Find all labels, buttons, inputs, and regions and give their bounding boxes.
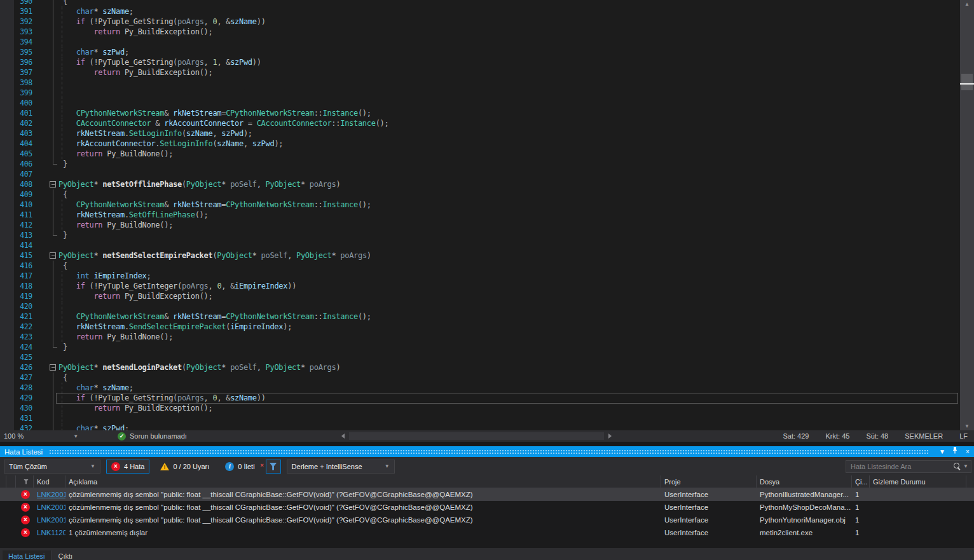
fold-collapse-icon[interactable] <box>50 364 56 371</box>
code-text[interactable]: return Py_BuildNone(); <box>58 220 960 230</box>
code-text[interactable]: PyObject* netSetOfflinePhase(PyObject* p… <box>58 179 960 189</box>
code-text[interactable]: int iEmpireIndex; <box>58 271 960 281</box>
line-number[interactable]: 391 <box>0 6 36 17</box>
code-text[interactable] <box>58 352 960 362</box>
tab-error-list[interactable]: Hata Listesi <box>3 550 52 560</box>
code-text[interactable] <box>58 78 960 88</box>
code-line[interactable]: 404 rkAccountConnector.SetLoginInfo(szNa… <box>0 139 960 149</box>
code-text[interactable]: return Py_BuildNone(); <box>58 149 960 159</box>
code-text[interactable]: if (!PyTuple_GetString(poArgs, 0, &szNam… <box>58 393 960 403</box>
line-number[interactable]: 415 <box>0 250 36 261</box>
line-number[interactable]: 413 <box>0 230 36 240</box>
fold-margin[interactable] <box>36 179 58 189</box>
code-line[interactable]: 421 CPythonNetworkStream& rkNetStream=CP… <box>0 311 960 322</box>
code-text[interactable]: { <box>58 261 960 271</box>
line-number[interactable]: 420 <box>0 301 36 311</box>
error-code-link[interactable]: LNK2001 <box>37 516 65 524</box>
code-text[interactable]: char* szName; <box>58 6 960 17</box>
code-text[interactable]: { <box>58 372 960 383</box>
line-number[interactable]: 405 <box>0 149 36 159</box>
code-line[interactable]: 416 { <box>0 261 960 271</box>
code-text[interactable]: { <box>58 189 960 200</box>
error-list-search[interactable]: ▼ <box>846 460 971 473</box>
code-line[interactable]: 427 { <box>0 372 960 383</box>
line-number[interactable]: 404 <box>0 139 36 149</box>
error-row[interactable]: ×LNK2001çözümlenmemiş dış sembol "public… <box>0 514 974 526</box>
code-line[interactable]: 399 <box>0 88 960 98</box>
code-line[interactable]: 429 if (!PyTuple_GetString(poArgs, 0, &s… <box>0 393 960 403</box>
line-number[interactable]: 412 <box>0 220 36 230</box>
code-line[interactable]: 408PyObject* netSetOfflinePhase(PyObject… <box>0 179 960 189</box>
code-text[interactable]: char* szPwd; <box>58 47 960 57</box>
line-number[interactable]: 418 <box>0 281 36 291</box>
window-position-icon[interactable]: ▼ <box>936 446 949 457</box>
code-text[interactable]: return Py_BuildException(); <box>58 67 960 78</box>
pin-icon[interactable] <box>949 446 961 457</box>
fold-collapse-icon[interactable] <box>50 181 56 188</box>
code-line[interactable]: 391 char* szName; <box>0 6 960 17</box>
line-number[interactable]: 399 <box>0 88 36 98</box>
filter-button[interactable]: × <box>266 460 281 474</box>
error-row[interactable]: ×LNK2001çözümlenmemiş dış sembol "public… <box>0 488 974 501</box>
column-header-file[interactable]: Dosya <box>757 475 852 488</box>
code-text[interactable] <box>58 240 960 250</box>
scroll-down-icon[interactable]: ▼ <box>960 422 974 430</box>
code-text[interactable]: { <box>58 0 960 6</box>
line-number[interactable]: 414 <box>0 240 36 250</box>
code-line[interactable]: 428 char* szName; <box>0 383 960 393</box>
line-number[interactable]: 396 <box>0 57 36 67</box>
code-line[interactable]: 424 } <box>0 342 960 352</box>
code-text[interactable]: CAccountConnector & rkAccountConnector =… <box>58 118 960 128</box>
severity-column-header[interactable] <box>16 475 34 488</box>
build-intellisense-dropdown[interactable]: Derleme + IntelliSense ▼ <box>287 460 395 474</box>
fold-collapse-icon[interactable] <box>50 252 56 259</box>
code-text[interactable] <box>58 169 960 179</box>
fold-margin[interactable] <box>36 250 58 261</box>
code-line[interactable]: 419 return Py_BuildException(); <box>0 291 960 301</box>
code-lines[interactable]: 390 {391 char* szName;392 if (!PyTuple_G… <box>0 0 960 430</box>
tab-output[interactable]: Çıktı <box>52 550 79 560</box>
code-text[interactable]: rkNetStream.SetOffLinePhase(); <box>58 210 960 220</box>
code-text[interactable]: return Py_BuildException(); <box>58 27 960 37</box>
code-text[interactable]: CPythonNetworkStream& rkNetStream=CPytho… <box>58 108 960 118</box>
code-line[interactable]: 392 if (!PyTuple_GetString(poArgs, 0, &s… <box>0 17 960 27</box>
code-line[interactable]: 426PyObject* netSendLoginPacket(PyObject… <box>0 362 960 372</box>
line-number[interactable]: 429 <box>0 393 36 403</box>
code-line[interactable]: 414 <box>0 240 960 250</box>
error-row[interactable]: ×LNK2001çözümlenmemiş dış sembol "public… <box>0 501 974 514</box>
line-number[interactable]: 422 <box>0 322 36 332</box>
column-header-suppression[interactable]: Gizleme Durumu <box>870 475 966 488</box>
code-text[interactable]: return Py_BuildNone(); <box>58 332 960 342</box>
code-text[interactable]: return Py_BuildException(); <box>58 291 960 301</box>
search-icon[interactable] <box>953 462 961 470</box>
line-number[interactable]: 431 <box>0 413 36 423</box>
status-line-ending[interactable]: LF <box>959 432 968 440</box>
code-line[interactable]: 407 <box>0 169 960 179</box>
scroll-left-icon[interactable] <box>341 434 345 439</box>
line-number[interactable]: 425 <box>0 352 36 362</box>
line-number[interactable]: 408 <box>0 179 36 189</box>
panel-title-bar[interactable]: Hata Listesi ▼ × <box>0 446 974 457</box>
code-line[interactable]: 411 rkNetStream.SetOffLinePhase(); <box>0 210 960 220</box>
line-number[interactable]: 427 <box>0 372 36 383</box>
line-number[interactable]: 432 <box>0 423 36 430</box>
line-number[interactable]: 430 <box>0 403 36 413</box>
code-text[interactable]: CPythonNetworkStream& rkNetStream=CPytho… <box>58 311 960 322</box>
code-text[interactable]: if (!PyTuple_GetInteger(poArgs, 0, &iEmp… <box>58 281 960 291</box>
line-number[interactable]: 410 <box>0 200 36 210</box>
code-text[interactable]: rkNetStream.SendSelectEmpirePacket(iEmpi… <box>58 322 960 332</box>
line-number[interactable]: 416 <box>0 261 36 271</box>
line-number[interactable]: 397 <box>0 67 36 78</box>
code-line[interactable]: 394 <box>0 37 960 47</box>
code-line[interactable]: 415PyObject* netSendSelectEmpirePacket(P… <box>0 250 960 261</box>
code-line[interactable]: 406 } <box>0 159 960 169</box>
code-line[interactable]: 417 int iEmpireIndex; <box>0 271 960 281</box>
line-number[interactable]: 409 <box>0 189 36 200</box>
line-number[interactable]: 426 <box>0 362 36 372</box>
code-line[interactable]: 398 <box>0 78 960 88</box>
code-line[interactable]: 420 <box>0 301 960 311</box>
line-number[interactable]: 407 <box>0 169 36 179</box>
line-number[interactable]: 419 <box>0 291 36 301</box>
scroll-right-icon[interactable] <box>608 434 612 439</box>
code-editor[interactable]: 390 {391 char* szName;392 if (!PyTuple_G… <box>0 0 974 430</box>
